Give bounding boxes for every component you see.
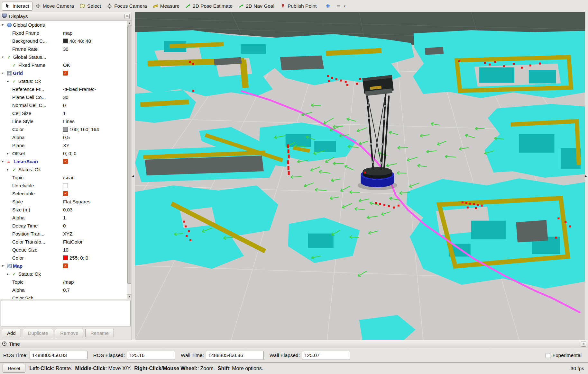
expander-icon[interactable]: ▾ xyxy=(2,71,7,75)
property-row-fixed-frame[interactable]: ✓Fixed FrameOK xyxy=(0,61,127,69)
wall-elapsed-input[interactable] xyxy=(302,351,350,360)
property-value[interactable]: /scan xyxy=(63,175,75,180)
left-panel-splitter[interactable]: ◀ xyxy=(132,12,135,340)
property-value[interactable]: 0.7 xyxy=(63,287,70,293)
property-row-color-transfo[interactable]: Color Transfo...FlatColor xyxy=(0,238,127,246)
property-value[interactable]: 160; 160; 164 xyxy=(63,127,99,132)
property-row-line-style[interactable]: Line StyleLines xyxy=(0,117,127,125)
property-row-status-ok[interactable]: ▸✓Status: Ok xyxy=(0,270,127,278)
property-value[interactable] xyxy=(63,183,68,188)
property-row-normal-cell-c[interactable]: Normal Cell C...0 xyxy=(0,101,127,109)
property-row-cell-size[interactable]: Cell Size1 xyxy=(0,109,127,117)
property-row-offset[interactable]: ▸Offset0; 0; 0 xyxy=(0,149,127,157)
enable-checkbox[interactable] xyxy=(63,183,68,188)
property-value[interactable]: 0; 0; 0 xyxy=(63,151,77,156)
reset-button[interactable]: Reset xyxy=(3,364,25,373)
ros-time-input[interactable] xyxy=(30,351,87,360)
tool-2d-pose-estimate[interactable]: 2D Pose Estimate xyxy=(182,2,235,10)
property-value[interactable]: 0 xyxy=(63,102,66,108)
property-row-global-status[interactable]: ▾✓Global Status... xyxy=(0,53,127,61)
enable-checkbox[interactable]: ✓ xyxy=(63,71,68,76)
property-row-alpha[interactable]: Alpha0.5 xyxy=(0,133,127,141)
property-value[interactable]: ✓ xyxy=(63,159,68,164)
expander-icon[interactable]: ▸ xyxy=(7,152,12,155)
property-value[interactable]: OK xyxy=(63,62,70,68)
property-value[interactable]: 1 xyxy=(63,111,66,116)
property-row-unreliable[interactable]: Unreliable xyxy=(0,182,127,190)
property-value[interactable]: 48; 48; 48 xyxy=(63,38,91,44)
expander-icon[interactable]: ▾ xyxy=(2,160,7,163)
expander-icon[interactable]: ▾ xyxy=(2,55,7,59)
property-row-global-options[interactable]: ▾Global Options xyxy=(0,21,127,29)
tool-publish-point[interactable]: Publish Point xyxy=(277,2,319,10)
expander-icon[interactable]: ▸ xyxy=(7,79,12,83)
property-value[interactable]: ✓ xyxy=(63,191,68,196)
right-panel-splitter[interactable]: ▶ xyxy=(585,12,588,340)
enable-checkbox[interactable]: ✓ xyxy=(63,263,68,268)
property-value[interactable]: 0 xyxy=(63,223,66,228)
property-row-alpha[interactable]: Alpha1 xyxy=(0,214,127,222)
property-value[interactable]: 0.5 xyxy=(63,135,70,140)
tool-move-camera[interactable]: Move Camera xyxy=(32,2,77,10)
property-value[interactable]: map xyxy=(63,30,72,36)
property-row-decay-time[interactable]: Decay Time0 xyxy=(0,222,127,230)
wall-time-input[interactable] xyxy=(206,351,264,360)
displays-panel-header[interactable]: Displays ✕ xyxy=(0,12,132,21)
expander-icon[interactable]: ▾ xyxy=(2,264,7,268)
property-value[interactable]: 1 xyxy=(63,215,66,220)
property-row-status-ok[interactable]: ▸✓Status: Ok xyxy=(0,165,127,174)
property-row-topic[interactable]: Topic/scan xyxy=(0,174,127,182)
property-value[interactable]: 30 xyxy=(63,94,69,100)
property-row-frame-rate[interactable]: Frame Rate30 xyxy=(0,45,127,53)
property-row-status-ok[interactable]: ▸✓Status: Ok xyxy=(0,77,127,85)
tool-interact[interactable]: Interact xyxy=(2,2,32,11)
display-row-grid[interactable]: ▾Grid✓ xyxy=(0,69,127,77)
property-value[interactable]: XY xyxy=(63,143,69,148)
tool-measure[interactable]: Measure xyxy=(150,2,182,10)
expander-icon[interactable]: ▸ xyxy=(7,168,12,171)
property-value[interactable]: 10 xyxy=(63,247,69,253)
property-row-position-tran[interactable]: Position Tran...XYZ xyxy=(0,230,127,238)
tool-2d-nav-goal[interactable]: 2D Nav Goal xyxy=(235,2,277,10)
displays-scrollbar[interactable]: ▲ ▼ xyxy=(127,21,132,299)
enable-checkbox[interactable]: ✓ xyxy=(63,159,68,164)
property-row-color[interactable]: Color255; 0; 0 xyxy=(0,254,127,262)
property-row-reference-fr[interactable]: Reference Fr...<Fixed Frame> xyxy=(0,85,127,93)
property-row-color-sch[interactable]: Color Sch... xyxy=(0,294,127,299)
display-row-map[interactable]: ▾Map✓ xyxy=(0,262,127,270)
property-row-background-c[interactable]: Background C...48; 48; 48 xyxy=(0,37,127,45)
property-row-topic[interactable]: Topic/map xyxy=(0,278,127,286)
render-viewport-3d[interactable] xyxy=(135,12,585,340)
scrollbar-thumb[interactable] xyxy=(127,26,131,284)
tool-focus-camera[interactable]: Focus Camera xyxy=(104,2,150,10)
property-value[interactable]: 30 xyxy=(63,46,69,52)
close-icon[interactable]: ✕ xyxy=(581,342,586,347)
property-row-style[interactable]: StyleFlat Squares xyxy=(0,198,127,206)
property-value[interactable]: Lines xyxy=(63,119,75,124)
splitter-left-arrow-icon[interactable]: ◀ xyxy=(132,174,134,178)
property-row-size-m[interactable]: Size (m)0.03 xyxy=(0,206,127,214)
ros-elapsed-input[interactable] xyxy=(127,351,175,360)
property-value[interactable]: ✓ xyxy=(63,71,68,76)
display-row-laserscan[interactable]: ▾≈LaserScan✓ xyxy=(0,157,127,165)
property-value[interactable]: ✓ xyxy=(63,263,68,268)
experimental-option[interactable]: Experimental xyxy=(546,352,582,358)
property-row-plane[interactable]: PlaneXY xyxy=(0,141,127,149)
property-value[interactable]: 255; 0; 0 xyxy=(63,255,88,261)
splitter-right-arrow-icon[interactable]: ▶ xyxy=(585,174,587,178)
expander-icon[interactable]: ▸ xyxy=(7,272,12,276)
property-value[interactable]: XYZ xyxy=(63,231,72,236)
property-row-alpha[interactable]: Alpha0.7 xyxy=(0,286,127,294)
tool-select[interactable]: Select xyxy=(77,2,104,10)
property-value[interactable]: Flat Squares xyxy=(63,199,90,204)
add-tool-button[interactable] xyxy=(323,2,333,10)
property-value[interactable]: 0.03 xyxy=(63,207,72,212)
property-row-plane-cell-co[interactable]: Plane Cell Co...30 xyxy=(0,93,127,101)
expander-icon[interactable]: ▾ xyxy=(2,23,7,27)
property-value[interactable]: <Fixed Frame> xyxy=(63,86,96,92)
property-row-color[interactable]: Color160; 160; 164 xyxy=(0,125,127,133)
add-button[interactable]: Add xyxy=(2,329,21,337)
remove-tool-button[interactable]: ▾ xyxy=(334,2,347,10)
property-row-queue-size[interactable]: Queue Size10 xyxy=(0,246,127,254)
property-value[interactable]: FlatColor xyxy=(63,239,83,245)
